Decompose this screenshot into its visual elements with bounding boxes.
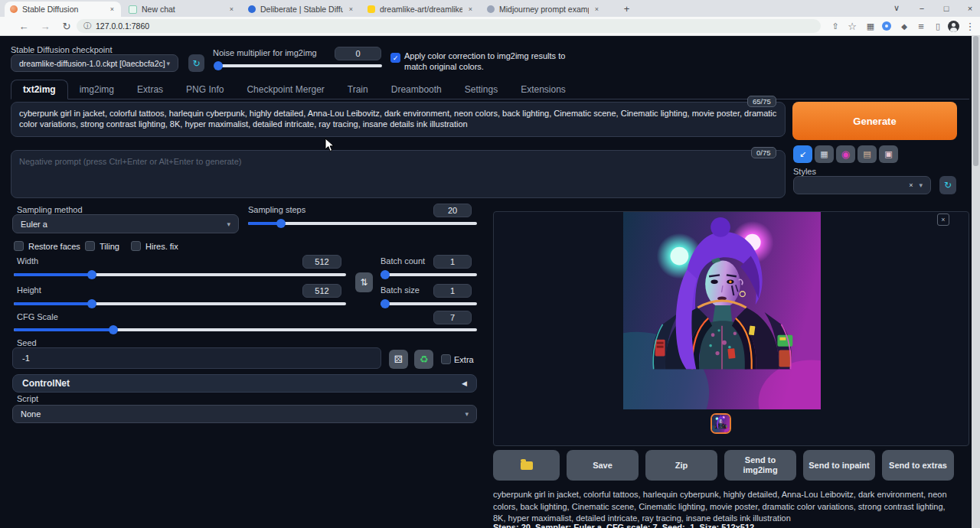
tab-close-icon[interactable]: ×: [228, 5, 235, 13]
site-info-icon[interactable]: ⓘ: [83, 21, 91, 31]
styles-refresh-button[interactable]: ↻: [939, 176, 956, 194]
cfg-scale-slider[interactable]: [14, 328, 477, 331]
bookmark-button[interactable]: ☆: [845, 19, 859, 33]
slider-knob[interactable]: [381, 270, 390, 279]
tab-train[interactable]: Train: [336, 80, 380, 99]
browser-tabstrip: Stable Diffusion × New chat × Deliberate…: [0, 0, 980, 17]
prompt-input[interactable]: cyberpunk girl in jacket, colorful tatto…: [11, 102, 786, 137]
batch-size-input[interactable]: [433, 284, 472, 298]
gallery-thumbnail[interactable]: [710, 413, 731, 434]
random-seed-button[interactable]: ⚄: [389, 350, 408, 369]
midjourney-favicon: [487, 5, 495, 13]
restore-faces-checkbox[interactable]: [14, 241, 24, 251]
tab-dreambooth[interactable]: Dreambooth: [380, 80, 453, 99]
generated-image[interactable]: [623, 212, 821, 409]
checkpoint-refresh-button[interactable]: ↻: [188, 54, 204, 72]
apply-style-button[interactable]: ▤: [858, 145, 877, 163]
color-correction-checkbox[interactable]: ✓: [390, 53, 400, 63]
tab-close-icon[interactable]: ×: [109, 5, 116, 13]
slider-knob[interactable]: [214, 61, 223, 70]
close-image-button[interactable]: ×: [937, 213, 949, 226]
seed-input[interactable]: [12, 347, 381, 369]
width-label: Width: [17, 256, 38, 266]
sampling-steps-slider[interactable]: [248, 222, 477, 225]
slider-knob[interactable]: [87, 299, 96, 308]
scrollbar-thumb[interactable]: [973, 36, 978, 166]
extensions-button[interactable]: ◆: [897, 19, 911, 33]
browser-tab-stable-diffusion[interactable]: Stable Diffusion ×: [5, 2, 121, 17]
width-slider[interactable]: [14, 273, 346, 276]
batch-size-slider[interactable]: [381, 302, 477, 305]
window-menu-button[interactable]: ∨: [887, 0, 906, 16]
reload-button[interactable]: ↻: [60, 19, 74, 33]
tab-img2img[interactable]: img2img: [68, 80, 126, 99]
browser-tab-midjourney[interactable]: Midjourney prompt examples : L ×: [482, 2, 606, 17]
height-slider[interactable]: [14, 302, 346, 305]
tab-close-icon[interactable]: ×: [593, 5, 600, 13]
minimize-icon: −: [920, 4, 924, 13]
open-folder-button[interactable]: [493, 450, 560, 481]
hires-fix-checkbox[interactable]: [131, 241, 141, 251]
extension-grid-button[interactable]: ▦: [864, 19, 877, 33]
window-close-button[interactable]: ×: [960, 0, 980, 16]
width-input[interactable]: [302, 255, 341, 269]
swap-dimensions-button[interactable]: ⇅: [355, 272, 373, 292]
generate-button[interactable]: Generate: [792, 102, 957, 140]
slider-knob[interactable]: [276, 219, 286, 228]
extra-networks-button[interactable]: ◉: [836, 145, 855, 163]
window-restore-button[interactable]: □: [936, 0, 956, 16]
slider-knob[interactable]: [109, 325, 118, 334]
tab-close-icon[interactable]: ×: [467, 5, 474, 13]
browser-tab-deliberate[interactable]: Deliberate | Stable Diffusion Che ×: [243, 2, 360, 17]
sampling-steps-input[interactable]: [433, 204, 472, 217]
back-button[interactable]: ←: [17, 19, 31, 33]
checkpoint-select[interactable]: dreamlike-diffusion-1.0.ckpt [0aecbcfa2c…: [11, 54, 178, 72]
profile-avatar[interactable]: [948, 21, 959, 32]
batch-count-input[interactable]: [433, 255, 472, 269]
save-button[interactable]: Save: [567, 450, 639, 481]
send-to-img2img-button[interactable]: Send to img2img: [724, 450, 796, 481]
negative-prompt-input[interactable]: [11, 150, 786, 198]
tab-checkpoint-merger[interactable]: Checkpoint Merger: [235, 80, 335, 99]
tiling-checkbox[interactable]: [85, 241, 95, 251]
tab-extras[interactable]: Extras: [126, 80, 175, 99]
sampling-method-select[interactable]: Euler a ▾: [12, 214, 239, 233]
height-input[interactable]: [302, 284, 341, 298]
forward-button[interactable]: →: [38, 19, 52, 33]
clear-styles-icon[interactable]: ×: [909, 181, 919, 189]
noise-multiplier-slider[interactable]: [215, 64, 382, 67]
slider-knob[interactable]: [87, 270, 96, 279]
tab-png-info[interactable]: PNG Info: [175, 80, 235, 99]
save-style-button[interactable]: ▣: [879, 145, 898, 163]
plus-icon: +: [624, 3, 630, 15]
address-bar[interactable]: ⓘ 127.0.0.1:7860: [77, 19, 821, 33]
extra-seed-checkbox[interactable]: [441, 354, 451, 364]
share-button[interactable]: ⇧: [828, 19, 842, 33]
civitai-favicon: [248, 5, 256, 13]
tab-txt2img[interactable]: txt2img: [11, 80, 68, 99]
batch-count-slider[interactable]: [381, 273, 477, 276]
tab-extensions[interactable]: Extensions: [509, 80, 577, 99]
send-to-extras-button[interactable]: Send to extras: [882, 450, 954, 481]
sidebar-button[interactable]: ▯: [931, 19, 945, 33]
clear-prompt-button[interactable]: ▦: [815, 145, 834, 163]
browser-menu-button[interactable]: ⋮: [963, 19, 977, 33]
script-select[interactable]: None ▾: [12, 405, 477, 423]
browser-tab-new-chat[interactable]: New chat ×: [123, 2, 240, 17]
noise-multiplier-input[interactable]: [335, 47, 381, 60]
reading-list-button[interactable]: ≡: [914, 19, 928, 33]
tab-settings[interactable]: Settings: [453, 80, 509, 99]
zip-button[interactable]: Zip: [645, 450, 717, 481]
send-to-inpaint-button[interactable]: Send to inpaint: [803, 450, 875, 481]
browser-tab-dreamlike[interactable]: dreamlike-art/dreamlike-diffusio ×: [362, 2, 479, 17]
styles-select[interactable]: × ▾: [793, 176, 931, 194]
tab-close-icon[interactable]: ×: [348, 5, 354, 13]
controlnet-accordion[interactable]: ControlNet ◀: [12, 374, 477, 393]
reuse-seed-button[interactable]: ♻: [414, 350, 433, 369]
cfg-scale-input[interactable]: [433, 311, 472, 324]
window-minimize-button[interactable]: −: [912, 0, 932, 16]
read-params-button[interactable]: ↙: [793, 145, 812, 163]
slider-knob[interactable]: [381, 299, 390, 308]
extension-blue-button[interactable]: [882, 21, 891, 31]
new-tab-button[interactable]: +: [620, 2, 633, 15]
